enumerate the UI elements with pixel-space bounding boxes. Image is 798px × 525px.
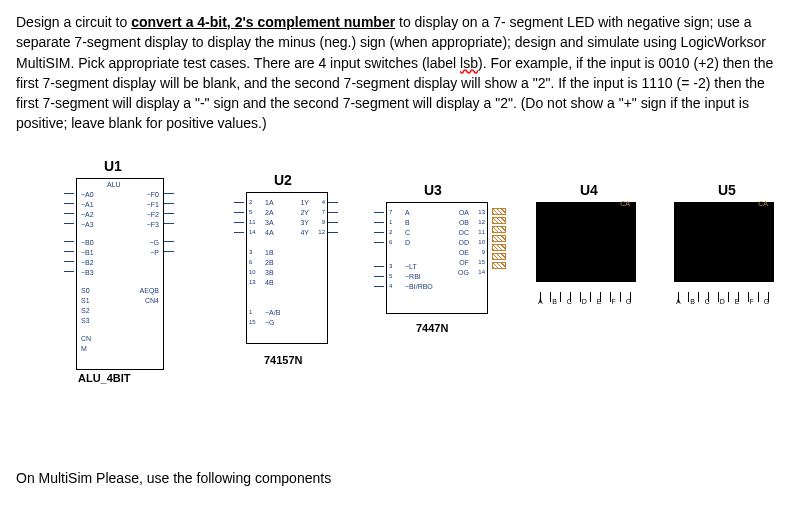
u2-pinnum: 7	[322, 209, 325, 215]
u3-pin: OE	[459, 249, 469, 257]
u2-pinnum: 12	[318, 229, 325, 235]
u3-pin: ~LT	[405, 263, 417, 271]
u3-pinnum: 4	[389, 283, 392, 289]
u3-pinnum: 13	[478, 209, 485, 215]
u2-pin: 1Y	[300, 199, 309, 207]
wire-stub	[328, 212, 338, 213]
u2-pin: 1B	[265, 249, 274, 257]
u4-ca-label: CA	[620, 200, 630, 207]
u3-pinnum: 11	[478, 229, 485, 235]
wire-stub	[64, 261, 74, 262]
schematic-area: U1 ALU ~A0 ~A1 ~A2 ~A3 ~B0 ~B1 ~B2 ~B3 S…	[16, 158, 786, 448]
u5-display: CA	[674, 202, 774, 282]
u4-display: CA	[536, 202, 636, 282]
wire-stub	[164, 241, 174, 242]
u3-pinnum: 6	[389, 239, 392, 245]
wire-stub	[234, 212, 244, 213]
u3-pin: OG	[458, 269, 469, 277]
u3-pinnum: 9	[482, 249, 485, 255]
u1-pin: CN4	[145, 297, 159, 305]
u5-ca-label: CA	[758, 200, 768, 207]
u3-pinnum: 14	[478, 269, 485, 275]
u2-pinnum: 2	[249, 199, 252, 205]
u2-pinnum: 14	[249, 229, 256, 235]
wire-stub	[64, 251, 74, 252]
u1-pin: ~B0	[81, 239, 94, 247]
u2-pin: 4Y	[300, 229, 309, 237]
u1-pin: S1	[81, 297, 90, 305]
u1-body: ALU ~A0 ~A1 ~A2 ~A3 ~B0 ~B1 ~B2 ~B3 S0 S…	[76, 178, 164, 370]
u2-pin: 2Y	[300, 209, 309, 217]
u1-pin: ~B1	[81, 249, 94, 257]
wire-stub	[64, 213, 74, 214]
u1-block-label: ALU	[107, 181, 121, 189]
u3-pinnum: 7	[389, 209, 392, 215]
u2-pinnum: 5	[249, 209, 252, 215]
u3-pin: ~BI/RBO	[405, 283, 433, 291]
u1-pin: S3	[81, 317, 90, 325]
wire-stub	[374, 276, 384, 277]
wire-stub	[374, 232, 384, 233]
u3-refdes: U3	[424, 182, 442, 198]
u3-pin: D	[405, 239, 410, 247]
wire-stub	[64, 241, 74, 242]
u1-partname: ALU_4BIT	[78, 372, 131, 384]
u5-refdes: U5	[718, 182, 736, 198]
wire-stub	[164, 213, 174, 214]
u1-refdes: U1	[104, 158, 122, 174]
wire-stub	[234, 202, 244, 203]
text-lsb: lsb	[460, 55, 478, 71]
u2-refdes: U2	[274, 172, 292, 188]
wire-stub	[64, 223, 74, 224]
u2-pin: 3A	[265, 219, 274, 227]
u2-pinnum: 11	[249, 219, 256, 225]
wire-stub	[164, 193, 174, 194]
u3-pinnum: 1	[389, 219, 392, 225]
text-underlined-phrase: convert a 4-bit, 2's complement number	[131, 14, 395, 30]
u1-pin: AEQB	[140, 287, 159, 295]
u3-pinnum: 12	[478, 219, 485, 225]
u3-pin: OC	[459, 229, 470, 237]
u2-pin: 2B	[265, 259, 274, 267]
u1-pin: ~F1	[147, 201, 159, 209]
u3-pinnum: 3	[389, 263, 392, 269]
problem-statement: Design a circuit to convert a 4-bit, 2's…	[16, 12, 782, 134]
text-lead: Design a circuit to	[16, 14, 131, 30]
footer-instruction: On MultiSim Please, use the following co…	[16, 470, 782, 486]
wire-stub	[64, 193, 74, 194]
u3-pin: B	[405, 219, 410, 227]
u1-pin: ~A0	[81, 191, 94, 199]
u3-pinnum: 10	[478, 239, 485, 245]
u2-pinnum: 1	[249, 309, 252, 315]
wire-stub	[164, 203, 174, 204]
u3-pin: C	[405, 229, 410, 237]
u1-pin: ~F2	[147, 211, 159, 219]
u2-pinnum: 10	[249, 269, 256, 275]
u3-pinnum: 15	[478, 259, 485, 265]
u2-partname: 74157N	[264, 354, 303, 366]
resistor-pack	[492, 208, 506, 271]
u2-pin: 3Y	[300, 219, 309, 227]
u1-pin: CN	[81, 335, 91, 343]
wire-stub	[328, 202, 338, 203]
u2-pinnum: 9	[322, 219, 325, 225]
u2-pinnum: 6	[249, 259, 252, 265]
wire-stub	[374, 222, 384, 223]
u3-pin: OB	[459, 219, 469, 227]
u2-body: 1A 2A 3A 4A 2 5 11 14 1B 2B 3B 4B 3 6 10…	[246, 192, 328, 344]
u1-pin: ~A3	[81, 221, 94, 229]
u1-pin: ~G	[149, 239, 159, 247]
u1-pin: ~A2	[81, 211, 94, 219]
u2-pin: 3B	[265, 269, 274, 277]
u2-pin: 4B	[265, 279, 274, 287]
wire-stub	[64, 271, 74, 272]
wire-stub	[234, 232, 244, 233]
wire-stub	[374, 286, 384, 287]
wire-stub	[374, 266, 384, 267]
wire-stub	[164, 251, 174, 252]
u2-pin: 2A	[265, 209, 274, 217]
u3-pin: OD	[459, 239, 470, 247]
u1-pin: ~P	[150, 249, 159, 257]
u1-pin: ~F0	[147, 191, 159, 199]
u1-pin: M	[81, 345, 87, 353]
